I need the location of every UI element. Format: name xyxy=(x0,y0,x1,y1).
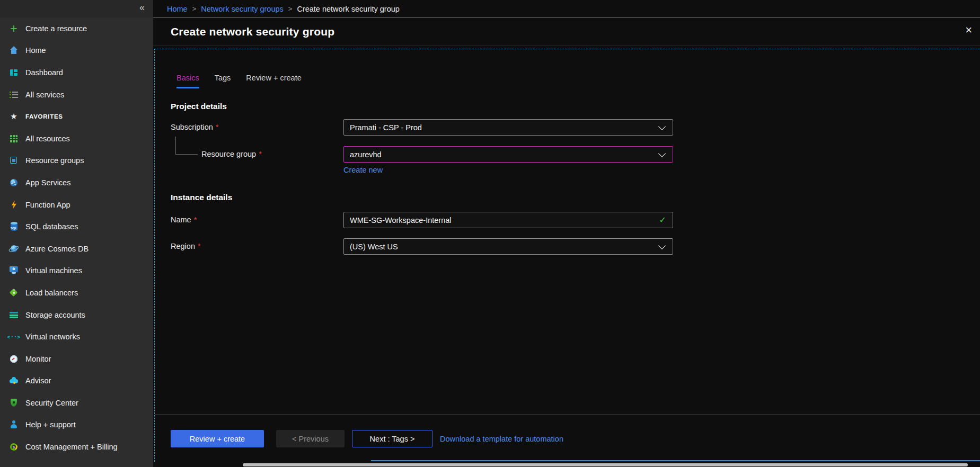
sidebar-item-label: All services xyxy=(25,91,64,99)
vnet-icon xyxy=(8,331,20,342)
grid-icon xyxy=(8,133,20,144)
sidebar-item-dashboard[interactable]: Dashboard xyxy=(0,61,153,84)
dashboard-icon xyxy=(8,67,20,78)
sidebar-item-label: Security Center xyxy=(25,399,78,407)
section-heading-instance: Instance details xyxy=(171,193,232,202)
gauge-icon xyxy=(8,354,20,364)
sidebar-item-all-services[interactable]: All services xyxy=(0,84,153,106)
sidebar-item-resource-groups[interactable]: Resource groups xyxy=(0,150,153,172)
sidebar-item-label: Load balancers xyxy=(25,289,78,297)
subscription-dropdown[interactable]: Pramati - CSP - Prod xyxy=(343,119,673,136)
sidebar-item-help-support[interactable]: Help + support xyxy=(0,414,153,436)
monitor-screen-icon xyxy=(8,265,20,276)
sidebar-item-virtual-machines[interactable]: Virtual machines xyxy=(0,260,153,282)
sidebar-item-label: Advisor xyxy=(25,376,51,385)
field-value: Pramati - CSP - Prod xyxy=(350,123,422,132)
chevron-down-icon xyxy=(658,242,666,249)
sidebar-item-label: Virtual networks xyxy=(25,333,80,341)
sidebar-item-advisor[interactable]: Advisor xyxy=(0,370,153,392)
sidebar-item-label: Home xyxy=(25,46,46,55)
field-value: azurevhd xyxy=(350,150,382,159)
sidebar-item-all-resources[interactable]: All resources xyxy=(0,128,153,150)
required-asterisk: * xyxy=(194,215,197,224)
star-icon xyxy=(8,111,20,122)
list-icon xyxy=(8,89,20,100)
tab-tags[interactable]: Tags xyxy=(215,74,231,88)
form-row-subscription: Subscription*Pramati - CSP - Prod xyxy=(153,119,980,136)
sidebar-item-label: Storage accounts xyxy=(25,311,85,319)
resource-group-label: Resource group* xyxy=(201,146,262,163)
breadcrumb-network-security-groups[interactable]: Network security groups xyxy=(201,5,284,13)
cost-ring-icon xyxy=(8,442,20,452)
region-dropdown[interactable]: (US) West US xyxy=(343,238,673,255)
field-value: (US) West US xyxy=(350,243,398,251)
breadcrumb-create-network-security-group: Create network security group xyxy=(297,5,399,13)
sidebar-item-sql-databases[interactable]: SQL databases xyxy=(0,215,153,238)
subscription-label: Subscription* xyxy=(171,119,218,136)
breadcrumb-separator: > xyxy=(288,5,293,13)
sidebar-item-storage-accounts[interactable]: Storage accounts xyxy=(0,304,153,326)
sidebar-item-load-balancers[interactable]: Load balancers xyxy=(0,282,153,304)
sidebar-item-label: Function App xyxy=(25,201,70,209)
label-text: Name xyxy=(171,215,191,224)
plus-icon xyxy=(8,23,20,34)
sidebar-item-label: Azure Cosmos DB xyxy=(25,245,89,253)
sidebar-item-label: Resource groups xyxy=(25,156,84,165)
close-icon[interactable]: × xyxy=(965,24,972,36)
sidebar-item-label: Create a resource xyxy=(25,24,87,33)
previous-button[interactable]: < Previous xyxy=(276,430,345,447)
chevron-down-icon xyxy=(658,123,666,130)
form-row-resource-group: Resource group*azurevhdCreate new xyxy=(153,146,980,163)
home-icon xyxy=(8,45,20,56)
sidebar-item-virtual-networks[interactable]: Virtual networks xyxy=(0,326,153,348)
sidebar-item-label: Virtual machines xyxy=(25,266,82,275)
blade-bottom-edge xyxy=(371,460,980,461)
breadcrumb-trail: Home>Network security groups>Create netw… xyxy=(167,5,400,13)
planet-icon xyxy=(8,244,20,254)
tree-connector-horizontal xyxy=(175,154,198,155)
sidebar-item-home[interactable]: Home xyxy=(0,40,153,62)
required-asterisk: * xyxy=(259,150,262,158)
breadcrumb-separator: > xyxy=(192,5,197,13)
database-icon xyxy=(8,221,20,232)
sidebar-item-app-services[interactable]: App Services xyxy=(0,172,153,194)
sidebar-item-label: Dashboard xyxy=(25,68,63,77)
collapse-sidebar-icon[interactable]: « xyxy=(139,2,145,13)
page-title: Create network security group xyxy=(171,25,334,38)
sidebar-nav: Create a resourceHomeDashboardAll servic… xyxy=(0,17,153,458)
sidebar-item-function-app[interactable]: Function App xyxy=(0,194,153,216)
sidebar: « Create a resourceHomeDashboardAll serv… xyxy=(0,0,153,467)
sidebar-header: « xyxy=(0,0,153,17)
horizontal-scrollbar[interactable] xyxy=(243,463,968,466)
lightning-icon xyxy=(8,200,20,210)
breadcrumb-home[interactable]: Home xyxy=(167,5,188,13)
sidebar-item-azure-cosmos-db[interactable]: Azure Cosmos DB xyxy=(0,238,153,260)
sidebar-item-create-a-resource[interactable]: Create a resource xyxy=(0,17,153,40)
sidebar-item-favorites[interactable]: FAVORITES xyxy=(0,105,153,128)
sidebar-item-security-center[interactable]: Security Center xyxy=(0,392,153,414)
resource-group-dropdown[interactable]: azurevhd xyxy=(343,146,673,163)
chevron-down-icon xyxy=(658,150,666,157)
sidebar-item-label: Cost Management + Billing xyxy=(25,443,118,451)
sidebar-item-monitor[interactable]: Monitor xyxy=(0,348,153,370)
next-tags-button[interactable]: Next : Tags > xyxy=(352,430,432,447)
shield-icon xyxy=(8,398,20,408)
valid-check-icon: ✓ xyxy=(659,212,666,228)
cloud-icon xyxy=(8,375,20,386)
tab-basics[interactable]: Basics xyxy=(176,74,199,88)
review-create-button[interactable]: Review + create xyxy=(171,430,264,447)
sidebar-item-label: App Services xyxy=(25,178,70,187)
azure-portal-window: « Create a resourceHomeDashboardAll serv… xyxy=(0,0,980,467)
wizard-tabs: BasicsTagsReview + create xyxy=(176,74,302,88)
blade-title-bar: Create network security group × xyxy=(153,18,980,46)
tab-review-create[interactable]: Review + create xyxy=(246,74,301,88)
label-text: Resource group xyxy=(201,150,256,158)
name-input[interactable]: WME-SG-Workspace-Internal✓ xyxy=(343,212,673,228)
form-row-name: Name*WME-SG-Workspace-Internal✓ xyxy=(153,212,980,228)
download-template-link[interactable]: Download a template for automation xyxy=(440,430,563,447)
create-new-link[interactable]: Create new xyxy=(343,166,383,174)
form-row-region: Region*(US) West US xyxy=(153,238,980,255)
sidebar-item-cost-management[interactable]: Cost Management + Billing xyxy=(0,436,153,458)
sidebar-item-label: Help + support xyxy=(25,420,76,429)
sidebar-item-label: All resources xyxy=(25,134,70,143)
